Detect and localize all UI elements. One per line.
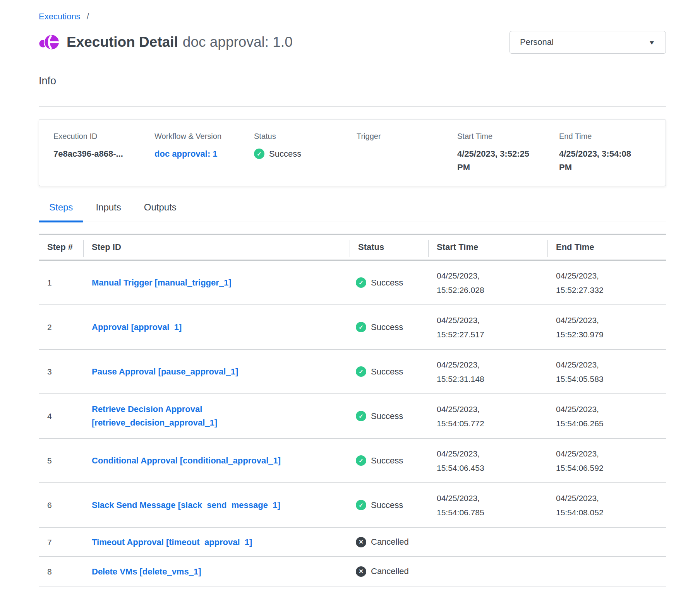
end-time-cell: 04/25/2023, 15:54:05.583 bbox=[547, 351, 666, 392]
title-row: Execution Detaildoc approval: 1.0 Person… bbox=[39, 30, 666, 54]
step-id-link[interactable]: Timeout Approval [timeout_approval_1] bbox=[92, 535, 252, 549]
step-number: 3 bbox=[39, 358, 83, 385]
info-field-label: Execution ID bbox=[53, 131, 154, 142]
steps-table-header: Step # Step ID Status Start Time End Tim… bbox=[39, 234, 666, 261]
step-number: 1 bbox=[39, 269, 83, 296]
tab-label: Steps bbox=[49, 202, 73, 212]
info-field-label: Status bbox=[254, 131, 357, 142]
step-id-cell: Conditional Approval [conditional_approv… bbox=[83, 447, 350, 474]
step-number: 6 bbox=[39, 492, 83, 518]
divider bbox=[39, 106, 666, 107]
tab-label: Inputs bbox=[96, 202, 121, 212]
status-cell: ✓ Success bbox=[350, 360, 428, 384]
success-check-icon: ✓ bbox=[356, 411, 366, 421]
step-id-link[interactable]: Approval [approval_1] bbox=[92, 320, 182, 334]
start-time-cell: 04/25/2023, 15:54:06.785 bbox=[428, 485, 547, 526]
step-number: 5 bbox=[39, 447, 83, 474]
info-field-label: Trigger bbox=[357, 131, 457, 142]
success-check-icon: ✓ bbox=[356, 277, 366, 288]
status-cell: ✕ Cancelled bbox=[350, 530, 428, 554]
workflow-icon bbox=[39, 31, 60, 53]
step-id-cell: Manual Trigger [manual_trigger_1] bbox=[83, 269, 350, 296]
info-field: Status ✓Success bbox=[254, 131, 357, 174]
tab-inputs[interactable]: Inputs bbox=[85, 202, 131, 222]
end-time-cell: 04/25/2023, 15:54:08.052 bbox=[547, 485, 666, 526]
chevron-down-icon: ▼ bbox=[648, 39, 655, 46]
table-row: 4 Retrieve Decision Approval [retrieve_d… bbox=[39, 394, 666, 439]
table-row: 7 Timeout Approval [timeout_approval_1] … bbox=[39, 528, 666, 557]
start-time-cell: 04/25/2023, 15:52:27.517 bbox=[428, 307, 547, 348]
info-field: Execution ID 7e8ac396-a868-... bbox=[53, 131, 154, 174]
start-time-cell: 04/25/2023, 15:52:31.148 bbox=[428, 351, 547, 392]
info-field-value: doc approval: 1 bbox=[154, 147, 254, 161]
step-id-cell: Slack Send Message [slack_send_message_1… bbox=[83, 492, 350, 518]
step-number: 8 bbox=[39, 558, 83, 585]
step-number: 4 bbox=[39, 403, 83, 429]
steps-table-body: 1 Manual Trigger [manual_trigger_1] ✓ Su… bbox=[39, 261, 666, 586]
step-id-link[interactable]: Slack Send Message [slack_send_message_1… bbox=[92, 498, 280, 512]
info-card: Execution ID 7e8ac396-a868-... Workflow … bbox=[39, 119, 666, 186]
breadcrumb-executions-link[interactable]: Executions bbox=[39, 12, 81, 21]
step-id-link[interactable]: Pause Approval [pause_approval_1] bbox=[92, 365, 238, 378]
info-field-value: 7e8ac396-a868-... bbox=[53, 147, 154, 161]
step-number: 2 bbox=[39, 314, 83, 340]
divider bbox=[39, 66, 666, 66]
status-cell: ✓ Success bbox=[350, 271, 428, 295]
status-label: Cancelled bbox=[371, 536, 409, 548]
status-label: Success bbox=[371, 366, 403, 378]
status-label: Success bbox=[371, 455, 403, 467]
table-row: 8 Delete VMs [delete_vms_1] ✕ Cancelled bbox=[39, 557, 666, 586]
step-id-link[interactable]: Conditional Approval [conditional_approv… bbox=[92, 454, 281, 467]
page-title: Execution Detail bbox=[67, 34, 178, 50]
start-time-cell: 04/25/2023, 15:54:05.772 bbox=[428, 396, 547, 437]
table-row: 2 Approval [approval_1] ✓ Success 04/25/… bbox=[39, 305, 666, 350]
step-id-cell: Approval [approval_1] bbox=[83, 314, 350, 340]
end-time-cell bbox=[547, 529, 666, 556]
step-id-link[interactable]: Retrieve Decision Approval [retrieve_dec… bbox=[92, 402, 309, 429]
step-id-link[interactable]: Delete VMs [delete_vms_1] bbox=[92, 565, 201, 578]
tab-steps[interactable]: Steps bbox=[39, 202, 83, 222]
status-cell: ✓ Success bbox=[350, 404, 428, 428]
workflow-version-link[interactable]: doc approval: 1 bbox=[154, 149, 218, 159]
status-cell: ✕ Cancelled bbox=[350, 559, 428, 583]
end-time-cell bbox=[547, 558, 666, 585]
info-heading: Info bbox=[39, 74, 666, 88]
status-label: Success bbox=[371, 410, 403, 422]
start-time-cell bbox=[428, 529, 547, 556]
status-cell: ✓ Success bbox=[350, 493, 428, 517]
end-time-cell: 04/25/2023, 15:52:30.979 bbox=[547, 307, 666, 348]
info-field: End Time 4/25/2023, 3:54:08 PM bbox=[559, 131, 658, 174]
step-number: 7 bbox=[39, 529, 83, 556]
tab-label: Outputs bbox=[144, 202, 177, 212]
column-header-end-time: End Time bbox=[547, 235, 666, 260]
tab-outputs[interactable]: Outputs bbox=[134, 202, 187, 222]
tab-bar: Steps Inputs Outputs bbox=[39, 202, 666, 222]
status-label: Success bbox=[371, 321, 403, 333]
info-field-label: End Time bbox=[559, 131, 658, 142]
info-field-value: 4/25/2023, 3:54:08 PM bbox=[559, 147, 637, 174]
status-label: Success bbox=[371, 277, 403, 289]
info-field-value: 4/25/2023, 3:52:25 PM bbox=[457, 147, 535, 174]
column-header-status: Status bbox=[350, 235, 428, 260]
execution-detail-page: Executions / Execution Detaildoc approva… bbox=[0, 0, 700, 586]
success-check-icon: ✓ bbox=[254, 149, 264, 159]
scope-dropdown-value: Personal bbox=[520, 37, 554, 47]
end-time-cell: 04/25/2023, 15:54:06.592 bbox=[547, 440, 666, 481]
info-field: Start Time 4/25/2023, 3:52:25 PM bbox=[457, 131, 559, 174]
status-label: Success bbox=[371, 499, 403, 511]
steps-table: Step # Step ID Status Start Time End Tim… bbox=[39, 234, 666, 586]
success-check-icon: ✓ bbox=[356, 322, 366, 332]
status-cell: ✓ Success bbox=[350, 315, 428, 339]
breadcrumb-separator: / bbox=[87, 12, 89, 21]
step-id-link[interactable]: Manual Trigger [manual_trigger_1] bbox=[92, 276, 232, 289]
info-field-label: Workflow & Version bbox=[154, 131, 254, 142]
step-id-cell: Delete VMs [delete_vms_1] bbox=[83, 558, 350, 585]
scope-dropdown[interactable]: Personal ▼ bbox=[510, 31, 666, 54]
success-check-icon: ✓ bbox=[356, 500, 366, 510]
step-id-cell: Retrieve Decision Approval [retrieve_dec… bbox=[83, 396, 350, 436]
success-check-icon: ✓ bbox=[356, 455, 366, 466]
cancelled-x-icon: ✕ bbox=[356, 537, 366, 547]
start-time-cell: 04/25/2023, 15:54:06.453 bbox=[428, 440, 547, 481]
step-id-cell: Timeout Approval [timeout_approval_1] bbox=[83, 529, 350, 556]
info-field: Trigger bbox=[357, 131, 457, 174]
